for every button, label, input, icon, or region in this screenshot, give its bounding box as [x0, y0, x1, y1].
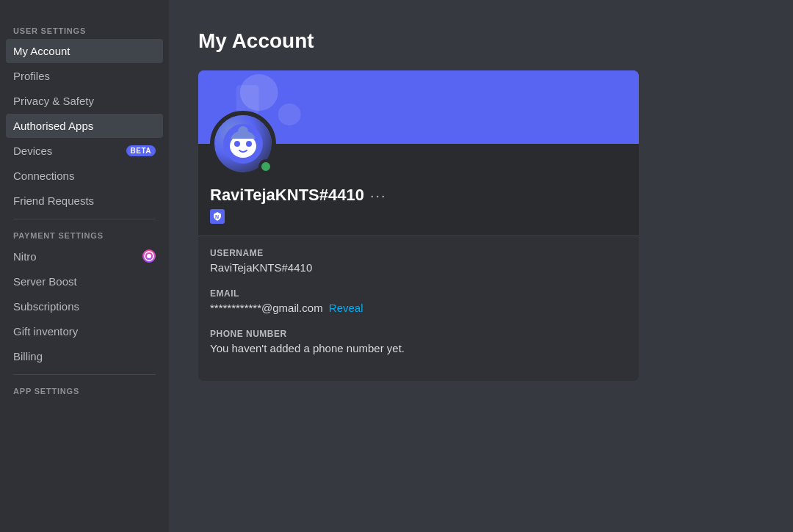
reveal-email-button[interactable]: Reveal [329, 302, 363, 314]
email-field-value: ************@gmail.com Reveal [210, 302, 627, 314]
phone-field-value: You haven't added a phone number yet. [210, 342, 627, 354]
avatar-wrapper [210, 111, 276, 177]
sidebar-item-nitro[interactable]: Nitro [6, 244, 163, 269]
sidebar-divider-1 [13, 219, 156, 219]
svg-rect-5 [236, 85, 259, 114]
page-title: My Account [198, 29, 764, 53]
sidebar-item-connections[interactable]: Connections [6, 164, 163, 188]
online-status-indicator [258, 159, 273, 174]
username-display: RaviTejaKNTS#4410 [210, 186, 364, 205]
sidebar-divider-2 [13, 374, 156, 375]
email-field-group: EMAIL ************@gmail.com Reveal [210, 288, 627, 314]
app-settings-label: APP SETTINGS [6, 381, 163, 398]
account-card: RaviTejaKNTS#4410 ··· N USERNAME RaviTej… [198, 70, 639, 381]
phone-field-label: PHONE NUMBER [210, 329, 627, 339]
sidebar-item-billing[interactable]: Billing [6, 344, 163, 368]
main-content: My Account [169, 0, 793, 532]
discord-avatar-icon [223, 124, 264, 164]
svg-point-1 [147, 254, 151, 258]
email-field-label: EMAIL [210, 288, 627, 299]
more-options-button[interactable]: ··· [370, 187, 387, 204]
sidebar-item-authorised-apps[interactable]: Authorised Apps [6, 114, 163, 138]
sidebar-item-subscriptions[interactable]: Subscriptions [6, 294, 163, 318]
sidebar-item-devices[interactable]: Devices BETA [6, 139, 163, 163]
sidebar-item-privacy-safety[interactable]: Privacy & Safety [6, 89, 163, 113]
nitro-badge-icon: N [210, 209, 225, 224]
nitro-icon [142, 249, 156, 263]
sidebar: USER SETTINGS My Account Profiles Privac… [0, 0, 169, 532]
svg-point-4 [278, 103, 301, 125]
email-masked-value: ************@gmail.com [210, 302, 323, 314]
sidebar-item-gift-inventory[interactable]: Gift inventory [6, 319, 163, 343]
sidebar-item-server-boost[interactable]: Server Boost [6, 269, 163, 294]
beta-badge: BETA [126, 145, 156, 156]
sidebar-item-my-account[interactable]: My Account [6, 39, 163, 63]
username-field-value: RaviTejaKNTS#4410 [210, 261, 627, 274]
username-row: RaviTejaKNTS#4410 ··· [210, 186, 627, 205]
username-field-label: USERNAME [210, 248, 627, 258]
sidebar-item-profiles[interactable]: Profiles [6, 64, 163, 88]
svg-text:N: N [215, 214, 219, 219]
account-fields: USERNAME RaviTejaKNTS#4410 EMAIL *******… [198, 236, 639, 381]
nitro-shield-icon: N [212, 211, 222, 222]
payment-settings-label: PAYMENT SETTINGS [6, 225, 163, 243]
phone-field-group: PHONE NUMBER You haven't added a phone n… [210, 329, 627, 354]
svg-point-8 [234, 141, 240, 147]
username-field-group: USERNAME RaviTejaKNTS#4410 [210, 248, 627, 274]
sidebar-item-friend-requests[interactable]: Friend Requests [6, 189, 163, 213]
user-settings-label: USER SETTINGS [6, 21, 163, 38]
svg-point-9 [246, 141, 252, 147]
account-header: RaviTejaKNTS#4410 ··· N [198, 144, 639, 236]
